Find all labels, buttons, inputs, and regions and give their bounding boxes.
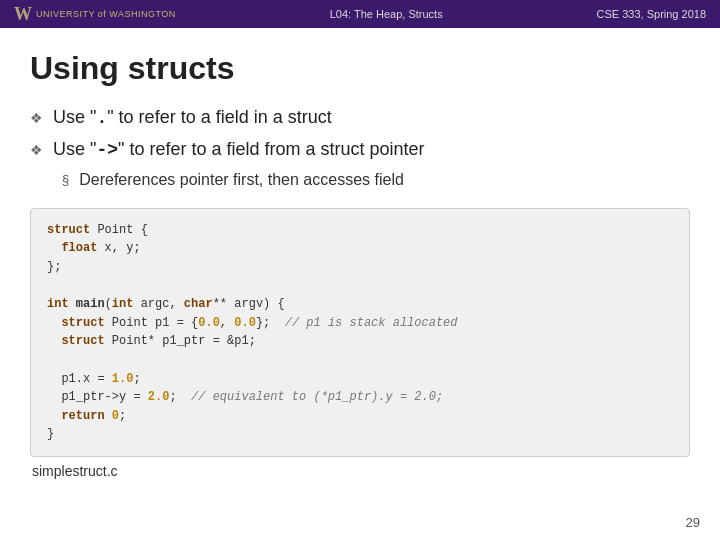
bullet-diamond-1: ❖	[30, 109, 43, 129]
slide-content: Using structs ❖ Use "." to refer to a fi…	[0, 28, 720, 489]
sub-bullet-text: Dereferences pointer first, then accesse…	[79, 169, 404, 191]
header-center-title: L04: The Heap, Structs	[330, 8, 443, 20]
code-line-7: struct Point* p1_ptr = &p1;	[47, 332, 673, 351]
code-line-blank-2	[47, 351, 673, 370]
arrow-operator: ->	[96, 140, 118, 160]
header-bar: W UNIVERSITY of WASHINGTON L04: The Heap…	[0, 0, 720, 28]
code-line-1: struct Point {	[47, 221, 673, 240]
header-left: W UNIVERSITY of WASHINGTON	[14, 5, 176, 23]
bullet-1-text: Use "." to refer to a field in a struct	[53, 105, 332, 131]
code-line-10: p1_ptr->y = 2.0; // equivalent to (*p1_p…	[47, 388, 673, 407]
code-line-6: struct Point p1 = {0.0, 0.0}; // p1 is s…	[47, 314, 673, 333]
code-line-3: };	[47, 258, 673, 277]
code-line-blank-1	[47, 277, 673, 296]
uw-university-text: UNIVERSITY of WASHINGTON	[36, 9, 176, 20]
sub-bullet-marker: §	[62, 171, 69, 189]
slide-number: 29	[686, 515, 700, 530]
code-filename: simplestruct.c	[32, 463, 690, 479]
code-block: struct Point { float x, y; }; int main(i…	[30, 208, 690, 457]
bullet-2: ❖ Use "->" to refer to a field from a st…	[30, 137, 690, 163]
dot-operator: .	[96, 108, 107, 128]
code-line-2: float x, y;	[47, 239, 673, 258]
code-line-5: int main(int argc, char** argv) {	[47, 295, 673, 314]
slide-title: Using structs	[30, 50, 690, 87]
header-course-info: CSE 333, Spring 2018	[597, 8, 706, 20]
sub-bullet-1: § Dereferences pointer first, then acces…	[62, 169, 690, 191]
bullet-diamond-2: ❖	[30, 141, 43, 161]
code-line-12: }	[47, 425, 673, 444]
uw-logo: W UNIVERSITY of WASHINGTON	[14, 5, 176, 23]
code-line-9: p1.x = 1.0;	[47, 370, 673, 389]
code-line-11: return 0;	[47, 407, 673, 426]
uw-w-letter: W	[14, 5, 32, 23]
bullet-2-text: Use "->" to refer to a field from a stru…	[53, 137, 425, 163]
bullets-section: ❖ Use "." to refer to a field in a struc…	[30, 105, 690, 192]
bullet-1: ❖ Use "." to refer to a field in a struc…	[30, 105, 690, 131]
